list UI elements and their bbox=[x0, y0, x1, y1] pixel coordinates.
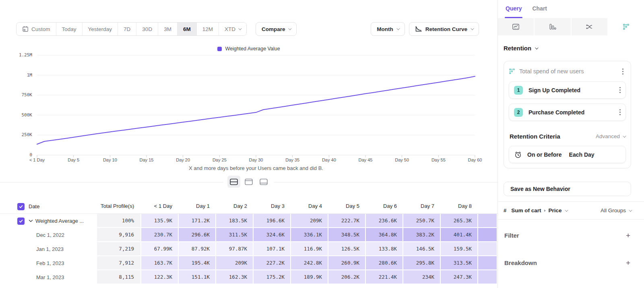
x-axis-tick: Day 5 bbox=[58, 157, 90, 162]
column-header[interactable]: Day 8 bbox=[441, 199, 478, 213]
retention-value-cell[interactable]: 183.5K bbox=[216, 214, 254, 228]
retention-value-cell[interactable]: 324.6K bbox=[254, 228, 291, 242]
retention-value-cell[interactable]: 364.8K bbox=[366, 228, 403, 242]
retention-value-cell[interactable]: 135.9K bbox=[141, 214, 179, 228]
table-row: Jan 1, 20237,21967.99K87.92K97.87K107.1K… bbox=[0, 242, 497, 256]
report-type-flows[interactable] bbox=[572, 18, 607, 35]
step-row-1[interactable]: 1 Sign Up Completed bbox=[509, 81, 626, 99]
retention-value-cell[interactable]: 280.6K bbox=[366, 256, 403, 270]
view-toggle-table-view[interactable] bbox=[257, 176, 270, 188]
column-header[interactable]: Day 2 bbox=[216, 199, 254, 213]
kebab-menu-icon[interactable] bbox=[620, 67, 626, 76]
retention-value-cell[interactable]: 162.3K bbox=[216, 270, 254, 284]
retention-value-cell[interactable]: 87.92K bbox=[179, 242, 216, 256]
column-header[interactable]: Day 3 bbox=[254, 199, 291, 213]
retention-value-cell[interactable]: 242.8K bbox=[291, 256, 328, 270]
retention-value-cell[interactable]: 107.1K bbox=[254, 242, 291, 256]
x-axis-tick: Day 50 bbox=[386, 157, 418, 162]
retention-value-cell[interactable]: 313.5K bbox=[441, 256, 478, 270]
column-header[interactable]: Day 6 bbox=[366, 199, 403, 213]
view-toggle-split-view[interactable] bbox=[227, 176, 240, 188]
tab-query[interactable]: Query bbox=[506, 5, 522, 18]
add-breakdown-button[interactable]: + bbox=[626, 259, 630, 267]
retention-value-cell[interactable]: 348.5K bbox=[328, 228, 366, 242]
column-header[interactable]: Day 1 bbox=[179, 199, 216, 213]
retention-value-cell-clipped bbox=[478, 228, 497, 242]
retention-value-cell[interactable]: 133.8K bbox=[366, 242, 403, 256]
retention-value-cell[interactable]: 265.3K bbox=[441, 214, 478, 228]
row-label-date[interactable]: Dec 1, 2022 bbox=[0, 228, 97, 242]
retention-value-cell[interactable]: 250.7K bbox=[403, 214, 441, 228]
retention-value-cell[interactable]: 260.9K bbox=[328, 256, 366, 270]
column-header[interactable]: Total Profile(s) bbox=[97, 199, 141, 213]
retention-value-cell[interactable]: 247.3K bbox=[441, 270, 478, 284]
retention-value-cell[interactable]: 236.6K bbox=[366, 214, 403, 228]
retention-value-cell[interactable]: 336.1K bbox=[291, 228, 328, 242]
retention-value-cell[interactable]: 146.5K bbox=[403, 242, 441, 256]
retention-value-cell[interactable]: 230.7K bbox=[141, 228, 179, 242]
retention-value-cell[interactable]: 222.7K bbox=[328, 214, 366, 228]
groups-dropdown[interactable]: All Groups bbox=[601, 207, 631, 213]
retention-value-cell[interactable]: 126.5K bbox=[328, 242, 366, 256]
retention-value-cell[interactable]: 221.4K bbox=[366, 270, 403, 284]
retention-line-chart[interactable] bbox=[0, 0, 497, 182]
row-label-date[interactable]: Mar 1, 2023 bbox=[0, 270, 97, 284]
retention-value-cell[interactable]: 175.2K bbox=[254, 270, 291, 284]
retention-value-cell[interactable]: 196.6K bbox=[254, 214, 291, 228]
checkbox-checked[interactable] bbox=[17, 218, 25, 225]
retention-value-cell[interactable]: 401.4K bbox=[441, 228, 478, 242]
query-panel: Query Chart bbox=[497, 0, 644, 288]
report-section-selector[interactable]: Retention bbox=[504, 45, 631, 52]
behavior-header[interactable]: Total spend of new users bbox=[509, 66, 626, 77]
kebab-menu-icon[interactable] bbox=[617, 85, 623, 95]
save-as-new-behavior-button[interactable]: Save as New Behavior bbox=[504, 182, 631, 196]
retention-value-cell[interactable]: 116.9K bbox=[291, 242, 328, 256]
row-label: Jan 1, 2023 bbox=[36, 246, 64, 252]
retention-value-cell[interactable]: 209K bbox=[291, 214, 328, 228]
row-label-date[interactable]: Jan 1, 2023 bbox=[0, 242, 97, 256]
retention-value-cell[interactable]: 163.7K bbox=[141, 256, 179, 270]
column-header[interactable]: Day 4 bbox=[291, 199, 328, 213]
column-header[interactable]: Day 5 bbox=[328, 199, 366, 213]
column-header[interactable]: < 1 Day bbox=[141, 199, 179, 213]
retention-value-cell[interactable]: 209K bbox=[216, 256, 254, 270]
retention-icon bbox=[623, 23, 630, 30]
column-header[interactable]: Day 7 bbox=[403, 199, 441, 213]
report-type-insights[interactable] bbox=[498, 18, 534, 35]
row-label-weighted-average[interactable]: Weighted Average ... bbox=[0, 214, 97, 228]
chevron-down-icon[interactable] bbox=[29, 220, 33, 222]
retention-value-cell[interactable]: 67.99K bbox=[141, 242, 179, 256]
retention-value-cell[interactable]: 122.3K bbox=[141, 270, 179, 284]
tab-chart[interactable]: Chart bbox=[532, 5, 547, 18]
checkbox-checked[interactable] bbox=[17, 203, 25, 210]
y-axis-tick: 0 bbox=[10, 152, 32, 157]
kebab-menu-icon[interactable] bbox=[617, 108, 623, 117]
retention-value-cell[interactable]: 206.2K bbox=[328, 270, 366, 284]
row-label-date[interactable]: Feb 1, 2023 bbox=[0, 256, 97, 270]
retention-value-cell[interactable]: 151.1K bbox=[179, 270, 216, 284]
x-axis-tick: Day 15 bbox=[130, 157, 163, 162]
retention-value-cell[interactable]: 159.5K bbox=[441, 242, 478, 256]
date-column-header[interactable]: Date bbox=[0, 199, 97, 213]
retention-value-cell[interactable]: 195.4K bbox=[179, 256, 216, 270]
report-type-funnels[interactable] bbox=[535, 18, 570, 35]
retention-value-cell[interactable]: 311.5K bbox=[216, 228, 254, 242]
alarm-clock-icon bbox=[514, 151, 522, 159]
view-toggle-chart-view[interactable] bbox=[242, 176, 255, 188]
measurement-property-dropdown[interactable]: Sum of cart Price bbox=[511, 207, 596, 213]
retention-value-cell[interactable]: 189.9K bbox=[291, 270, 328, 284]
retention-value-cell[interactable]: 296.6K bbox=[179, 228, 216, 242]
report-type-retention[interactable] bbox=[608, 18, 644, 35]
criteria-mode-dropdown[interactable]: Advanced bbox=[596, 133, 625, 139]
retention-value-cell[interactable]: 171.2K bbox=[179, 214, 216, 228]
retention-value-cell[interactable]: 227.2K bbox=[254, 256, 291, 270]
step-row-2[interactable]: 2 Purchase Completed bbox=[509, 104, 626, 121]
retention-value-cell[interactable]: 383.2K bbox=[403, 228, 441, 242]
retention-value-cell[interactable]: 97.87K bbox=[216, 242, 254, 256]
criteria-condition-row[interactable]: On or Before Each Day bbox=[509, 146, 626, 163]
report-type-tabs bbox=[498, 18, 644, 35]
retention-value-cell[interactable]: 295.8K bbox=[403, 256, 441, 270]
total-profiles-cell: 8,115 bbox=[97, 270, 141, 284]
retention-value-cell[interactable]: 234K bbox=[403, 270, 441, 284]
add-filter-button[interactable]: + bbox=[626, 232, 630, 239]
